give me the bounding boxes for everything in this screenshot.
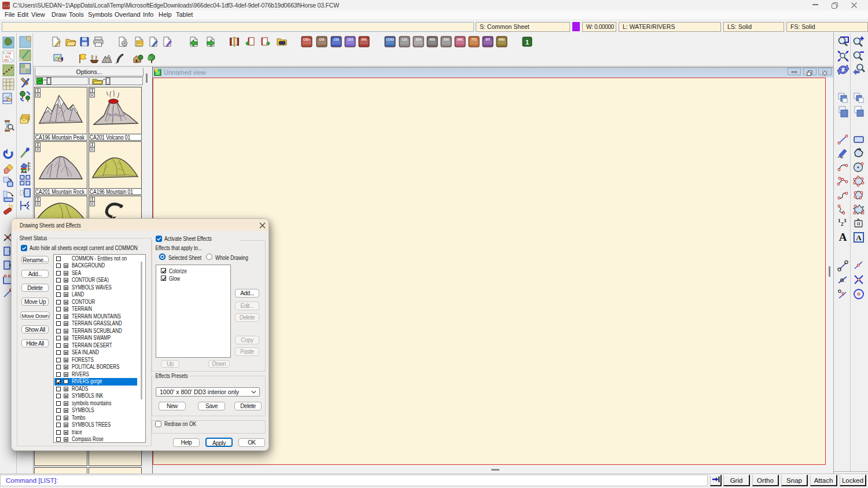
svg-text:C03: C03 <box>319 38 324 41</box>
svg-text:R: R <box>36 202 39 206</box>
svg-text:R: R <box>36 148 39 152</box>
svg-text:KM2: KM2 <box>499 38 505 41</box>
svg-text:A: A <box>839 231 847 243</box>
svg-text:TT2: TT2 <box>472 38 477 41</box>
svg-text:SS6: SS6 <box>443 38 449 41</box>
svg-text:R: R <box>91 93 94 97</box>
svg-text:Aa: Aa <box>21 169 27 173</box>
svg-text:R: R <box>36 93 39 97</box>
svg-text:R: R <box>91 202 94 206</box>
svg-text:CD3: CD3 <box>347 38 353 41</box>
svg-text:NS5: NS5 <box>429 38 435 41</box>
svg-text:SS4: SS4 <box>415 38 421 41</box>
svg-text:R: R <box>91 148 94 152</box>
svg-text:CC3: CC3 <box>3 4 9 8</box>
svg-text:SMC: SMC <box>457 38 464 41</box>
svg-text:A: A <box>856 233 862 242</box>
svg-text:C03+: C03+ <box>303 38 310 41</box>
svg-text:C03: C03 <box>333 38 339 41</box>
svg-text:COS2: COS2 <box>386 38 394 41</box>
svg-text:DIT: DIT <box>486 38 490 41</box>
svg-text:C23: C23 <box>402 38 407 41</box>
svg-text:3: 3 <box>844 218 847 223</box>
svg-text:990: 990 <box>4 58 9 62</box>
svg-text:1: 1 <box>525 39 529 46</box>
svg-text:D03: D03 <box>361 38 366 41</box>
